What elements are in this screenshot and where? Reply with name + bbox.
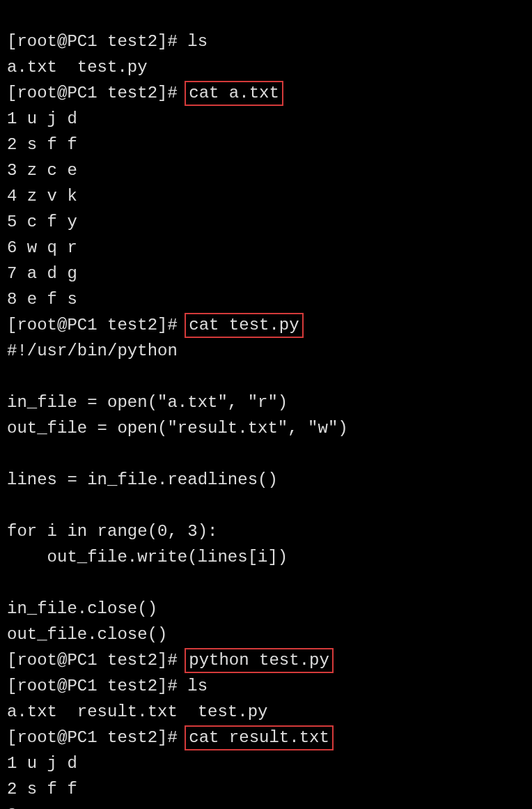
file-line: 4 z v k	[7, 187, 77, 206]
file-line: 3 z c e	[7, 806, 77, 809]
command-python-highlight: python test.py	[185, 648, 334, 673]
output-ls1: a.txt test.py	[7, 58, 148, 77]
prompt: [root@PC1 test2]#	[7, 84, 187, 102]
prompt: [root@PC1 test2]#	[7, 32, 187, 51]
code-line: out_file.write(lines[i])	[7, 548, 288, 567]
file-line: 1 u j d	[7, 754, 77, 773]
file-line: 2 s f f	[7, 135, 77, 154]
code-line: out_file.close()	[7, 625, 167, 644]
prompt: [root@PC1 test2]#	[7, 677, 187, 695]
prompt: [root@PC1 test2]#	[7, 651, 187, 670]
code-line: in_file = open("a.txt", "r")	[7, 393, 288, 412]
command-cat-test: cat test.py	[189, 316, 299, 334]
terminal-line: [root@PC1 test2]# python test.py	[7, 651, 334, 670]
code-line: #!/usr/bin/python	[7, 341, 178, 360]
output-ls2: a.txt result.txt test.py	[7, 702, 267, 721]
command-cat-a-highlight: cat a.txt	[185, 81, 283, 106]
file-line: 5 c f y	[7, 213, 77, 231]
prompt: [root@PC1 test2]#	[7, 316, 187, 334]
terminal-line: [root@PC1 test2]# cat result.txt	[7, 728, 334, 747]
command-ls: ls	[187, 32, 208, 51]
terminal-line: [root@PC1 test2]# ls	[7, 677, 208, 695]
file-line: 7 a d g	[7, 264, 77, 283]
file-line: 6 w q r	[7, 238, 77, 257]
code-line: for i in range(0, 3):	[7, 522, 217, 541]
prompt: [root@PC1 test2]#	[7, 728, 187, 747]
command-cat-test-highlight: cat test.py	[185, 313, 303, 338]
file-line: 1 u j d	[7, 109, 77, 128]
terminal-line: [root@PC1 test2]# ls	[7, 32, 208, 51]
command-cat-a: cat a.txt	[189, 84, 279, 102]
file-line: 2 s f f	[7, 780, 77, 799]
terminal[interactable]: [root@PC1 test2]# ls a.txt test.py [root…	[0, 0, 532, 809]
command-python: python test.py	[189, 651, 329, 670]
command-cat-result: cat result.txt	[189, 728, 329, 747]
terminal-line: [root@PC1 test2]# cat test.py	[7, 316, 304, 334]
code-line: lines = in_file.readlines()	[7, 470, 278, 489]
command-ls2: ls	[187, 677, 208, 695]
terminal-line: [root@PC1 test2]# cat a.txt	[7, 84, 283, 102]
file-line: 3 z c e	[7, 161, 77, 180]
code-line: in_file.close()	[7, 599, 157, 618]
file-line: 8 e f s	[7, 290, 77, 309]
command-cat-result-highlight: cat result.txt	[185, 725, 334, 750]
code-line: out_file = open("result.txt", "w")	[7, 419, 348, 438]
